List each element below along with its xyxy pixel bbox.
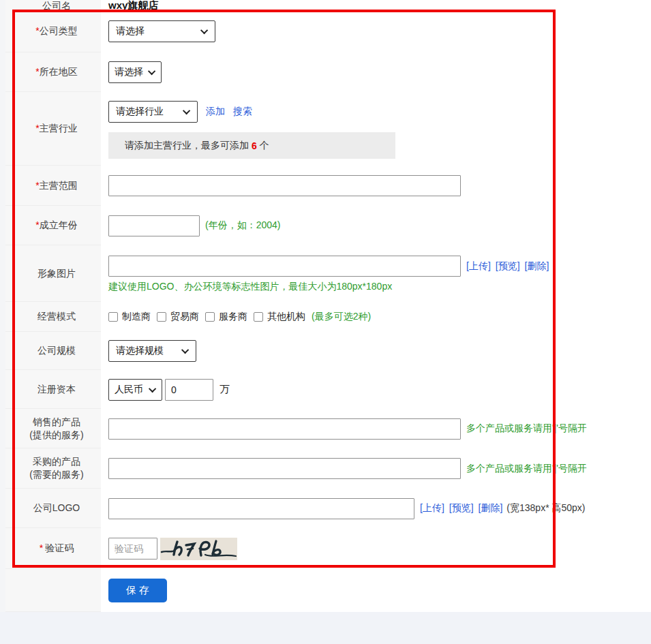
page-left-gutter [0, 0, 5, 612]
industry-notice-suffix: 个 [260, 140, 269, 152]
captcha-label-cell: *验证码 [5, 528, 101, 569]
products-purchased-hint: 多个产品或服务请用'|'号隔开 [466, 463, 587, 475]
company-name-value: wxy旗舰店 [108, 0, 158, 10]
company-info-form: 公司名 wxy旗舰店 *公司类型 请选择 *所在地区 请选择 [5, 0, 646, 612]
trader-checkbox[interactable] [157, 312, 166, 322]
manufacturer-checkbox[interactable] [108, 312, 118, 322]
main-scope-label-cell: *主营范围 [5, 166, 101, 206]
company-type-label: *公司类型 [35, 25, 77, 37]
founding-year-label: *成立年份 [35, 219, 77, 232]
currency-select-value: 人民币 [115, 384, 143, 396]
company-size-select[interactable]: 请选择规模 [108, 340, 196, 362]
main-industry-label: *主营行业 [35, 122, 77, 135]
checkbox-item-service-provider: 服务商 [205, 311, 247, 323]
region-select-value: 请选择 [115, 66, 143, 78]
capital-unit-label: 万 [219, 383, 230, 396]
row-products-sold: 销售的产品 (提供的服务) 多个产品或服务请用'|'号隔开 [5, 409, 646, 448]
region-select[interactable]: 请选择 [108, 61, 162, 83]
company-size-label: 公司规模 [37, 344, 76, 357]
industry-notice-box: 请添加主营行业，最多可添加 6 个 [108, 132, 395, 159]
chevron-down-icon [148, 67, 155, 75]
company-name-value-cell: wxy旗舰店 [101, 0, 646, 10]
industry-notice-prefix: 请添加主营行业，最多可添加 [125, 140, 249, 152]
region-label-cell: *所在地区 [5, 52, 101, 92]
company-logo-label: 公司LOGO [33, 502, 80, 515]
business-model-hint: (最多可选2种) [312, 311, 371, 323]
row-captcha: *验证码 [5, 528, 646, 569]
logo-delete-link[interactable]: [删除] [479, 502, 503, 515]
main-industry-label-cell: *主营行业 [5, 92, 101, 166]
company-size-label-cell: 公司规模 [5, 332, 101, 370]
logo-upload-link[interactable]: [上传] [420, 502, 444, 515]
company-type-select-value: 请选择 [116, 25, 145, 37]
row-main-scope: *主营范围 [5, 166, 646, 206]
main-scope-input[interactable] [108, 175, 461, 196]
products-purchased-input[interactable] [108, 458, 461, 479]
products-sold-hint: 多个产品或服务请用'|'号隔开 [466, 423, 587, 435]
founding-year-hint: (年份，如：2004) [205, 219, 280, 232]
main-industry-select[interactable]: 请选择行业 [108, 101, 198, 123]
company-type-select[interactable]: 请选择 [108, 20, 215, 42]
image-delete-link[interactable]: [删除] [525, 260, 549, 273]
row-registered-capital: 注册资本 人民币 万 [5, 370, 646, 409]
page-footer [0, 612, 651, 644]
business-model-label: 经营模式 [37, 310, 76, 323]
registered-capital-label-cell: 注册资本 [5, 370, 101, 409]
main-scope-label: *主营范围 [35, 179, 77, 192]
products-purchased-label-cell: 采购的产品 (需要的服务) [5, 448, 101, 489]
industry-notice-count: 6 [252, 140, 257, 151]
service-provider-checkbox-label: 服务商 [219, 311, 247, 323]
other-org-checkbox[interactable] [254, 312, 263, 322]
founding-year-input[interactable] [108, 215, 200, 236]
company-logo-label-cell: 公司LOGO [5, 489, 101, 528]
image-picture-label: 形象图片 [37, 267, 76, 280]
company-name-label-cell: 公司名 [5, 0, 101, 10]
row-business-model: 经营模式 制造商 贸易商 服务商 [5, 302, 646, 332]
company-name-label: 公司名 [42, 0, 71, 10]
company-type-label-cell: *公司类型 [5, 10, 101, 52]
required-asterisk: * [40, 542, 43, 553]
row-company-type: *公司类型 请选择 [5, 10, 646, 52]
logo-preview-link[interactable]: [预览] [449, 502, 474, 515]
capital-amount-input[interactable] [165, 379, 213, 401]
captcha-label: *验证码 [40, 542, 74, 555]
image-picture-label-cell: 形象图片 [5, 245, 101, 302]
products-purchased-label: 采购的产品 (需要的服务) [29, 455, 83, 481]
company-profile-form-page: 公司名 wxy旗舰店 *公司类型 请选择 *所在地区 请选择 [0, 0, 651, 644]
chevron-down-icon [181, 346, 189, 354]
row-founding-year: *成立年份 (年份，如：2004) [5, 206, 646, 245]
checkbox-item-manufacturer: 制造商 [108, 311, 151, 323]
save-button[interactable]: 保 存 [108, 579, 167, 602]
logo-size-note: (宽138px* 高50px) [506, 502, 585, 515]
currency-select[interactable]: 人民币 [108, 379, 162, 401]
row-company-size: 公司规模 请选择规模 [5, 332, 646, 370]
products-sold-input[interactable] [108, 418, 461, 440]
row-company-name: 公司名 wxy旗舰店 [5, 0, 646, 10]
manufacturer-checkbox-label: 制造商 [122, 311, 151, 323]
row-main-industry: *主营行业 请选择行业 添加 搜索 请添加主营行业，最多可添加 6 个 [5, 92, 646, 166]
service-provider-checkbox[interactable] [205, 312, 215, 322]
row-region: *所在地区 请选择 [5, 52, 646, 92]
image-picture-input[interactable] [108, 256, 461, 277]
image-preview-link[interactable]: [预览] [496, 260, 520, 273]
industry-search-link[interactable]: 搜索 [233, 106, 252, 118]
chevron-down-icon [149, 384, 156, 392]
image-picture-hint: 建议使用LOGO、办公环境等标志性图片，最佳大小为180px*180px [108, 281, 392, 293]
image-upload-link[interactable]: [上传] [466, 260, 491, 273]
save-label-cell [5, 569, 101, 612]
captcha-image[interactable] [160, 538, 237, 560]
captcha-input[interactable] [108, 538, 157, 559]
checkbox-item-other-org: 其他机构 [254, 311, 305, 323]
founding-year-label-cell: *成立年份 [5, 206, 101, 245]
company-size-select-value: 请选择规模 [116, 345, 164, 357]
chevron-down-icon [200, 26, 208, 33]
row-save: 保 存 [5, 569, 646, 612]
trader-checkbox-label: 贸易商 [170, 311, 199, 323]
checkbox-item-trader: 贸易商 [157, 311, 199, 323]
products-sold-label: 销售的产品 (提供的服务) [29, 416, 83, 442]
chevron-down-icon [183, 107, 190, 114]
company-logo-input[interactable] [108, 498, 414, 519]
industry-add-link[interactable]: 添加 [206, 106, 225, 118]
other-org-checkbox-label: 其他机构 [267, 311, 305, 323]
row-image-picture: 形象图片 [上传] [预览] [删除] 建议使用LOGO、办公环境等标志性图片，… [5, 245, 646, 302]
